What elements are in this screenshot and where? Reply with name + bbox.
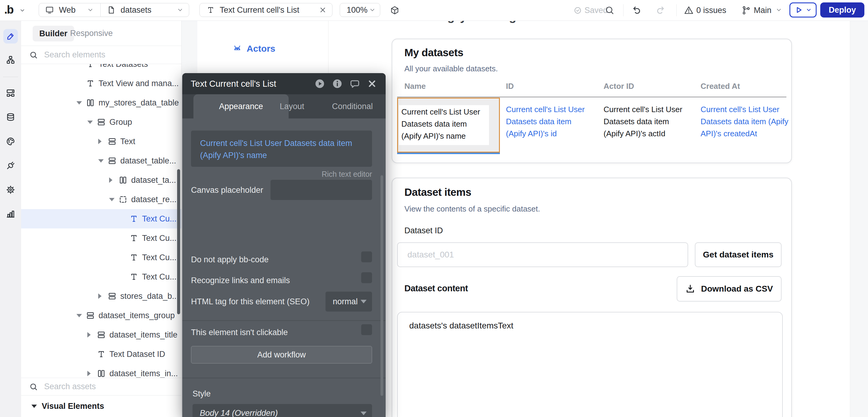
tree-scrollbar[interactable] bbox=[177, 169, 180, 314]
cell-created-at-text[interactable]: Current cell's List User Datasets data i… bbox=[701, 103, 791, 139]
tree-item[interactable]: dataset_items_in... bbox=[21, 364, 181, 378]
text-expression-value[interactable]: Current cell's List User Datasets data i… bbox=[191, 131, 372, 168]
tree-item[interactable]: my_stores_data_table bbox=[21, 93, 181, 113]
dataset-content-box[interactable]: datasets's datasetItemsText bbox=[397, 312, 783, 417]
canvas-scroll-gutter[interactable] bbox=[850, 21, 868, 417]
canvas-placeholder-input[interactable] bbox=[271, 180, 372, 200]
close-icon[interactable] bbox=[367, 78, 377, 89]
bbcode-checkbox[interactable] bbox=[361, 251, 372, 262]
download-csv-button[interactable]: Download as CSV bbox=[677, 276, 781, 301]
tab-responsive[interactable]: Responsive bbox=[70, 21, 113, 46]
issues-counter[interactable]: 0 issues bbox=[696, 6, 726, 15]
preview-element-icon[interactable] bbox=[314, 78, 325, 89]
tree-item[interactable]: Text bbox=[21, 132, 181, 151]
add-workflow-button[interactable]: Add workflow bbox=[191, 346, 372, 363]
property-editor-title: Text Current cell's List bbox=[191, 79, 308, 89]
rail-data-tab[interactable] bbox=[3, 110, 18, 125]
search-icon[interactable] bbox=[604, 5, 615, 15]
tab-layout[interactable]: Layout bbox=[268, 94, 316, 119]
tree-item[interactable]: Text Cu... bbox=[21, 209, 181, 228]
chevron-down-icon[interactable] bbox=[177, 7, 183, 13]
dataset-id-placeholder: dataset_001 bbox=[398, 250, 454, 260]
bubble-logo[interactable]: .b bbox=[4, 3, 13, 16]
dataset-id-input[interactable]: dataset_001 bbox=[397, 242, 688, 267]
tree-item-label: dataset_table... bbox=[120, 156, 176, 166]
rail-logs-tab[interactable] bbox=[3, 207, 18, 221]
chevron-down-icon[interactable] bbox=[369, 7, 376, 13]
tree-item[interactable]: dataset_ta... bbox=[21, 170, 181, 190]
rail-styles-tab[interactable] bbox=[3, 134, 18, 149]
rail-plugins-tab[interactable] bbox=[3, 158, 18, 173]
info-icon[interactable] bbox=[332, 78, 343, 89]
caret-down-icon[interactable] bbox=[87, 121, 97, 124]
dataset-items-subtitle: View the contents of a specific dataset. bbox=[404, 204, 540, 214]
tree-item[interactable]: dataset_items_title bbox=[21, 325, 181, 345]
caret-down-icon[interactable] bbox=[76, 101, 86, 104]
canvas-nav-actors[interactable]: Actors bbox=[232, 43, 275, 54]
tab-builder[interactable]: Builder bbox=[33, 26, 74, 41]
property-editor-scrollbar[interactable] bbox=[380, 175, 383, 396]
caret-right-icon[interactable] bbox=[98, 139, 107, 144]
caret-right-icon[interactable] bbox=[98, 293, 107, 299]
group-element-icon bbox=[107, 156, 117, 165]
text-expression-field[interactable]: Current cell's List User Datasets data i… bbox=[191, 131, 372, 167]
rail-components-tab[interactable] bbox=[3, 86, 18, 100]
style-dropdown[interactable]: Body 14 (Overridden) bbox=[192, 404, 372, 417]
visual-elements-section[interactable]: Visual Elements bbox=[21, 395, 181, 417]
property-editor-header[interactable]: Text Current cell's List bbox=[182, 73, 385, 94]
links-checkbox[interactable] bbox=[361, 272, 372, 283]
plug-icon bbox=[6, 161, 16, 170]
col-header-created-at: Created At bbox=[701, 82, 740, 91]
redo-icon[interactable] bbox=[655, 5, 665, 15]
tree-item[interactable]: dataset_table... bbox=[21, 151, 181, 170]
cell-name-text[interactable]: Current cell's List User Datasets data i… bbox=[401, 106, 488, 142]
search-assets-row[interactable]: Search assets bbox=[21, 378, 181, 395]
caret-down-icon[interactable] bbox=[98, 159, 107, 163]
logo-chevron-down-icon[interactable] bbox=[19, 7, 26, 14]
search-elements-row[interactable]: Search elements bbox=[21, 46, 181, 64]
selected-text-element-cell[interactable]: Current cell's List User Datasets data i… bbox=[397, 98, 500, 153]
zoom-control[interactable]: 100% bbox=[340, 3, 380, 17]
caret-down-icon[interactable] bbox=[76, 314, 86, 317]
cell-id-text[interactable]: Current cell's List User Datasets data i… bbox=[506, 103, 591, 139]
tree-item[interactable]: dataset_items_group bbox=[21, 306, 181, 325]
text-element-icon bbox=[86, 79, 95, 88]
tree-item[interactable]: Text Dataset ID bbox=[21, 345, 181, 364]
rail-design-tab[interactable] bbox=[3, 29, 18, 43]
tree-item[interactable]: Text Cu... bbox=[21, 228, 181, 248]
close-icon[interactable] bbox=[319, 6, 327, 14]
rail-workflow-tab[interactable] bbox=[3, 53, 18, 67]
page-select[interactable]: datasets bbox=[121, 5, 151, 15]
tree-item[interactable]: Text Datasets bbox=[21, 64, 181, 74]
package-icon[interactable] bbox=[390, 5, 400, 15]
rail-settings-tab[interactable] bbox=[3, 183, 18, 197]
not-clickable-checkbox[interactable] bbox=[361, 324, 372, 335]
chevron-down-icon[interactable] bbox=[776, 7, 782, 13]
tree-item[interactable]: dataset_re... bbox=[21, 190, 181, 209]
canvas-placeholder-label: Canvas placeholder bbox=[191, 186, 263, 195]
tree-item[interactable]: Text Cu... bbox=[21, 267, 181, 286]
tree-item[interactable]: Text View and mana... bbox=[21, 74, 181, 93]
get-dataset-items-button[interactable]: Get dataset items bbox=[695, 242, 781, 267]
tree-item[interactable]: Group bbox=[21, 113, 181, 132]
chevron-down-icon[interactable] bbox=[87, 7, 94, 13]
caret-down-icon[interactable] bbox=[109, 198, 119, 201]
branch-select[interactable]: Main bbox=[754, 6, 772, 15]
tree-item[interactable]: Text Cu... bbox=[21, 248, 181, 267]
caret-right-icon[interactable] bbox=[87, 371, 97, 376]
platform-select[interactable]: Web bbox=[59, 5, 75, 15]
tab-conditional[interactable]: Conditional bbox=[322, 94, 383, 119]
tree-item[interactable]: stores_data_b... bbox=[21, 286, 181, 306]
caret-right-icon[interactable] bbox=[109, 178, 119, 183]
preview-button[interactable] bbox=[789, 2, 817, 18]
rich-text-editor-link[interactable]: Rich text editor bbox=[321, 170, 372, 179]
caret-right-icon[interactable] bbox=[87, 332, 97, 338]
open-element-tab[interactable]: Text Current cell's List bbox=[199, 3, 333, 17]
html-tag-dropdown[interactable]: normal bbox=[326, 292, 372, 312]
cell-actor-id-text[interactable]: Current cell's List User Datasets data i… bbox=[603, 103, 687, 139]
deploy-button[interactable]: Deploy bbox=[820, 2, 864, 18]
canvas-nav-actors-label[interactable]: Actors bbox=[247, 43, 275, 54]
my-datasets-card: My datasets All your available datasets.… bbox=[392, 39, 792, 163]
comment-icon[interactable] bbox=[349, 78, 360, 89]
undo-icon[interactable] bbox=[632, 5, 642, 15]
